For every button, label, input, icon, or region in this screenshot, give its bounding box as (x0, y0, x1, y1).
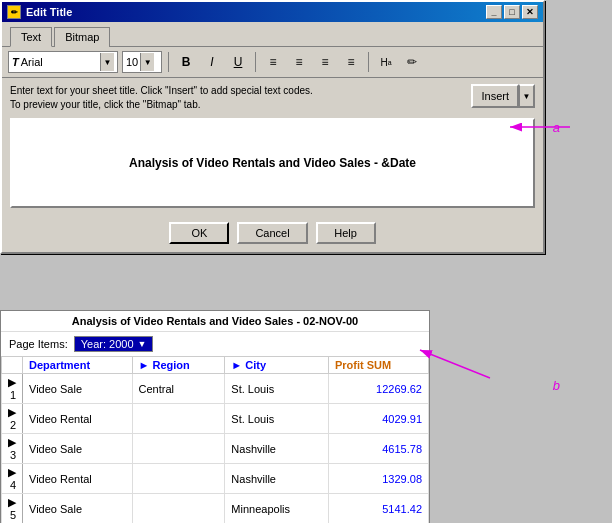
cell-department: Video Rental (23, 404, 133, 434)
font-selector[interactable]: T Arial ▼ (8, 51, 118, 73)
tab-bar: Text Bitmap (2, 26, 543, 46)
insert-dropdown-button[interactable]: ▼ (519, 84, 535, 108)
font-type-icon: T (12, 56, 19, 68)
cell-profit: 4029.91 (328, 404, 428, 434)
year-dropdown-arrow: ▼ (138, 339, 147, 349)
separator-1 (168, 52, 169, 72)
row-num: ▶ 2 (2, 404, 23, 434)
help-button[interactable]: Help (316, 222, 376, 244)
font-dropdown-arrow[interactable]: ▼ (100, 53, 114, 71)
hint-line2: To preview your title, click the "Bitmap… (10, 98, 471, 112)
row-num: ▶ 3 (2, 434, 23, 464)
dialog-titlebar: ✏ Edit Title _ □ ✕ (2, 2, 543, 22)
separator-2 (255, 52, 256, 72)
table-header-row: Department ► Region ► City Profit SUM (2, 357, 429, 374)
preview-text: Analysis of Video Rentals and Video Sale… (129, 156, 416, 170)
dialog-content: Enter text for your sheet title. Click "… (2, 78, 543, 214)
row-num: ▶ 5 (2, 494, 23, 524)
tab-text[interactable]: Text (10, 27, 52, 47)
maximize-button[interactable]: □ (504, 5, 520, 19)
dialog-icon: ✏ (7, 5, 21, 19)
insert-button-group: Insert ▼ (471, 84, 535, 108)
dialog-title: Edit Title (26, 6, 72, 18)
cell-profit: 12269.62 (328, 374, 428, 404)
align-justify-button[interactable]: ≡ (340, 51, 362, 73)
col-header-blank (2, 357, 23, 374)
cell-region (132, 464, 225, 494)
table-row: ▶ 3 Video Sale Nashville 4615.78 (2, 434, 429, 464)
window-controls: _ □ ✕ (486, 5, 538, 19)
cell-department: Video Sale (23, 494, 133, 524)
separator-3 (368, 52, 369, 72)
italic-button[interactable]: I (201, 51, 223, 73)
pivot-title: Analysis of Video Rentals and Video Sale… (1, 311, 429, 332)
cancel-button[interactable]: Cancel (237, 222, 307, 244)
cell-city: Nashville (225, 464, 329, 494)
special-btn-1[interactable]: Ha (375, 51, 397, 73)
bold-button[interactable]: B (175, 51, 197, 73)
ok-button[interactable]: OK (169, 222, 229, 244)
special-btn-2[interactable]: ✏ (401, 51, 423, 73)
table-row: ▶ 4 Video Rental Nashville 1329.08 (2, 464, 429, 494)
align-right-button[interactable]: ≡ (314, 51, 336, 73)
font-size-value: 10 (126, 56, 138, 68)
cell-region (132, 434, 225, 464)
cell-city: Nashville (225, 434, 329, 464)
table-row: ▶ 1 Video Sale Central St. Louis 12269.6… (2, 374, 429, 404)
edit-title-dialog: ✏ Edit Title _ □ ✕ Text Bitmap T Arial ▼… (0, 0, 545, 254)
insert-row: Enter text for your sheet title. Click "… (10, 84, 535, 112)
close-button[interactable]: ✕ (522, 5, 538, 19)
font-name-label: Arial (21, 56, 98, 68)
svg-line-2 (420, 350, 490, 378)
insert-button[interactable]: Insert (471, 84, 519, 108)
year-dropdown[interactable]: Year: 2000 ▼ (74, 336, 154, 352)
col-header-city[interactable]: ► City (225, 357, 329, 374)
col-header-department: Department (23, 357, 133, 374)
underline-button[interactable]: U (227, 51, 249, 73)
page-items-row: Page Items: Year: 2000 ▼ (1, 332, 429, 356)
cell-city: St. Louis (225, 374, 329, 404)
cell-profit: 1329.08 (328, 464, 428, 494)
table-row: ▶ 5 Video Sale Minneapolis 5141.42 (2, 494, 429, 524)
cell-department: Video Sale (23, 374, 133, 404)
minimize-button[interactable]: _ (486, 5, 502, 19)
size-dropdown-arrow[interactable]: ▼ (140, 53, 154, 71)
align-left-button[interactable]: ≡ (262, 51, 284, 73)
annotation-a: a (553, 120, 560, 135)
hint-line1: Enter text for your sheet title. Click "… (10, 84, 471, 98)
cell-profit: 4615.78 (328, 434, 428, 464)
table-row: ▶ 2 Video Rental St. Louis 4029.91 (2, 404, 429, 434)
cell-region (132, 404, 225, 434)
cell-region: Central (132, 374, 225, 404)
dialog-footer: OK Cancel Help (2, 214, 543, 252)
align-center-button[interactable]: ≡ (288, 51, 310, 73)
page-items-label: Page Items: (9, 338, 68, 350)
tab-bitmap[interactable]: Bitmap (54, 27, 110, 47)
col-header-profit: Profit SUM (328, 357, 428, 374)
cell-city: Minneapolis (225, 494, 329, 524)
cell-department: Video Rental (23, 464, 133, 494)
year-label: Year: 2000 (81, 338, 134, 350)
cell-profit: 5141.42 (328, 494, 428, 524)
title-preview-area[interactable]: Analysis of Video Rentals and Video Sale… (10, 118, 535, 208)
font-size-selector[interactable]: 10 ▼ (122, 51, 162, 73)
cell-city: St. Louis (225, 404, 329, 434)
row-num: ▶ 4 (2, 464, 23, 494)
hint-text: Enter text for your sheet title. Click "… (10, 84, 471, 112)
row-num: ▶ 1 (2, 374, 23, 404)
col-header-region: ► Region (132, 357, 225, 374)
pivot-panel: Analysis of Video Rentals and Video Sale… (0, 310, 430, 523)
annotation-b: b (553, 378, 560, 393)
cell-region (132, 494, 225, 524)
cell-department: Video Sale (23, 434, 133, 464)
pivot-table: Department ► Region ► City Profit SUM ▶ … (1, 356, 429, 523)
formatting-toolbar: T Arial ▼ 10 ▼ B I U ≡ ≡ ≡ ≡ Ha ✏ (2, 46, 543, 78)
